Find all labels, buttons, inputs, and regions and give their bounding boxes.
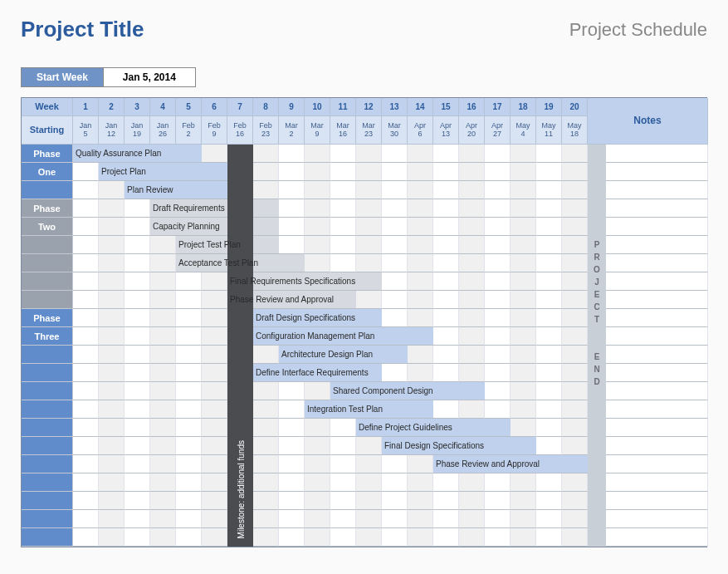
grid-cell[interactable] — [279, 382, 305, 400]
grid-cell[interactable] — [511, 236, 536, 254]
grid-cell[interactable] — [125, 400, 150, 419]
grid-cell[interactable] — [73, 419, 99, 437]
grid-cell[interactable] — [536, 145, 562, 163]
grid-cell[interactable] — [562, 236, 588, 254]
grid-cell[interactable] — [485, 199, 511, 218]
grid-cell[interactable] — [562, 437, 588, 455]
grid-cell[interactable] — [150, 455, 176, 473]
grid-cell[interactable] — [562, 400, 588, 419]
grid-cell[interactable] — [99, 473, 125, 492]
grid-cell[interactable] — [382, 199, 408, 218]
grid-cell[interactable] — [202, 455, 227, 473]
grid-cell[interactable] — [433, 236, 459, 254]
grid-cell[interactable] — [253, 181, 279, 199]
grid-cell[interactable] — [99, 327, 125, 346]
grid-cell[interactable] — [330, 254, 356, 272]
grid-cell[interactable] — [99, 254, 125, 272]
grid-cell[interactable] — [253, 400, 279, 419]
grid-cell[interactable] — [562, 272, 588, 291]
grid-cell[interactable] — [511, 473, 536, 492]
grid-cell[interactable] — [305, 199, 330, 218]
grid-cell[interactable] — [176, 309, 202, 327]
start-week-value[interactable]: Jan 5, 2014 — [104, 68, 195, 86]
gantt-bar[interactable] — [150, 199, 279, 218]
grid-cell[interactable] — [150, 272, 176, 291]
grid-cell[interactable] — [73, 528, 99, 547]
grid-cell[interactable] — [73, 272, 99, 291]
grid-cell[interactable] — [356, 236, 382, 254]
grid-cell[interactable] — [125, 492, 150, 510]
grid-cell[interactable] — [485, 364, 511, 382]
grid-cell[interactable] — [356, 254, 382, 272]
grid-cell[interactable] — [485, 327, 511, 346]
grid-cell[interactable] — [305, 163, 330, 181]
grid-cell[interactable] — [99, 437, 125, 455]
grid-cell[interactable] — [125, 510, 150, 528]
grid-cell[interactable] — [330, 145, 356, 163]
grid-cell[interactable] — [433, 364, 459, 382]
grid-cell[interactable] — [356, 492, 382, 510]
grid-cell[interactable] — [511, 364, 536, 382]
grid-cell[interactable] — [73, 364, 99, 382]
grid-cell[interactable] — [408, 272, 433, 291]
grid-cell[interactable] — [511, 272, 536, 291]
grid-cell[interactable] — [536, 181, 562, 199]
grid-cell[interactable] — [536, 400, 562, 419]
grid-cell[interactable] — [150, 528, 176, 547]
grid-cell[interactable] — [150, 419, 176, 437]
grid-cell[interactable] — [305, 492, 330, 510]
grid-cell[interactable] — [150, 473, 176, 492]
grid-cell[interactable] — [408, 145, 433, 163]
grid-cell[interactable] — [459, 163, 485, 181]
grid-cell[interactable] — [176, 455, 202, 473]
grid-cell[interactable] — [125, 309, 150, 327]
grid-cell[interactable] — [356, 218, 382, 236]
grid-cell[interactable] — [73, 163, 99, 181]
grid-cell[interactable] — [459, 492, 485, 510]
grid-cell[interactable] — [562, 254, 588, 272]
grid-cell[interactable] — [562, 473, 588, 492]
grid-cell[interactable] — [279, 236, 305, 254]
grid-cell[interactable] — [150, 327, 176, 346]
grid-cell[interactable] — [433, 254, 459, 272]
grid-cell[interactable] — [408, 346, 433, 364]
gantt-bar[interactable] — [253, 364, 382, 382]
grid-cell[interactable] — [330, 419, 356, 437]
grid-cell[interactable] — [73, 236, 99, 254]
grid-cell[interactable] — [202, 364, 227, 382]
grid-cell[interactable] — [485, 145, 511, 163]
grid-cell[interactable] — [73, 199, 99, 218]
grid-cell[interactable] — [99, 309, 125, 327]
grid-cell[interactable] — [408, 528, 433, 547]
grid-cell[interactable] — [99, 455, 125, 473]
grid-cell[interactable] — [511, 254, 536, 272]
grid-cell[interactable] — [511, 400, 536, 419]
grid-cell[interactable] — [536, 163, 562, 181]
grid-cell[interactable] — [99, 291, 125, 309]
grid-cell[interactable] — [485, 400, 511, 419]
grid-cell[interactable] — [382, 254, 408, 272]
grid-cell[interactable] — [125, 236, 150, 254]
grid-cell[interactable] — [382, 218, 408, 236]
grid-cell[interactable] — [459, 473, 485, 492]
grid-cell[interactable] — [99, 364, 125, 382]
grid-cell[interactable] — [125, 272, 150, 291]
grid-cell[interactable] — [536, 419, 562, 437]
grid-cell[interactable] — [99, 510, 125, 528]
grid-cell[interactable] — [279, 528, 305, 547]
gantt-bar[interactable] — [253, 309, 382, 327]
grid-cell[interactable] — [459, 327, 485, 346]
grid-cell[interactable] — [536, 218, 562, 236]
grid-cell[interactable] — [485, 291, 511, 309]
grid-cell[interactable] — [459, 272, 485, 291]
grid-cell[interactable] — [562, 291, 588, 309]
grid-cell[interactable] — [202, 291, 227, 309]
grid-cell[interactable] — [253, 455, 279, 473]
grid-cell[interactable] — [73, 291, 99, 309]
grid-cell[interactable] — [382, 309, 408, 327]
grid-cell[interactable] — [536, 382, 562, 400]
grid-cell[interactable] — [511, 291, 536, 309]
gantt-bar[interactable] — [279, 346, 408, 364]
grid-cell[interactable] — [330, 218, 356, 236]
grid-cell[interactable] — [202, 309, 227, 327]
